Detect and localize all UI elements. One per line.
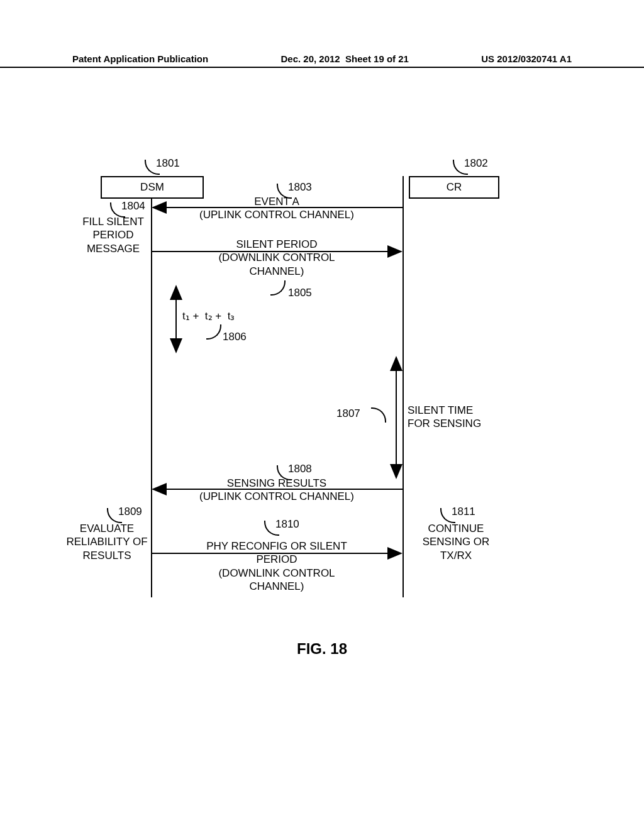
label-silent-period: SILENT PERIOD (DOWNLINK CONTROL CHANNEL) [186,238,368,278]
label-phy-reconfig: PHY RECONFIG OR SILENT PERIOD (DOWNLINK … [176,540,377,593]
figure-caption: FIG. 18 [0,640,644,658]
ref-1803: 1803 [288,181,312,194]
ref-1811: 1811 [452,506,475,518]
sequence-diagram: DSM CR 1801 1802 1803 EVENT A (UPLI [82,176,560,604]
label-event-a: EVENT A (UPLINK CONTROL CHANNEL) [182,195,371,222]
label-fill-silent: FILL SILENT PERIOD MESSAGE [75,215,151,255]
header-left: Patent Application Publication [72,53,208,64]
ref-1809: 1809 [118,506,142,518]
ref-1806: 1806 [223,331,247,343]
ref-1802: 1802 [464,157,488,170]
header-right: US 2012/0320741 A1 [481,53,572,64]
label-evaluate: EVALUATE RELIABILITY OF RESULTS [63,522,151,562]
ref-1810: 1810 [275,518,299,531]
label-silent-time: SILENT TIME FOR SENSING [408,404,502,431]
label-time-formula: t₁ + t₂ + t₃ [182,309,277,323]
ref-1801: 1801 [156,157,180,170]
header-center: Dec. 20, 2012 Sheet 19 of 21 [280,53,408,64]
label-sensing-results: SENSING RESULTS (UPLINK CONTROL CHANNEL) [164,477,390,504]
label-continue: CONTINUE SENSING OR TX/RX [409,522,503,562]
ref-1805: 1805 [288,287,312,299]
ref-1804: 1804 [121,200,145,213]
page-header: Patent Application Publication Dec. 20, … [0,53,644,68]
ref-1807: 1807 [336,407,360,420]
ref-1808: 1808 [288,463,312,475]
